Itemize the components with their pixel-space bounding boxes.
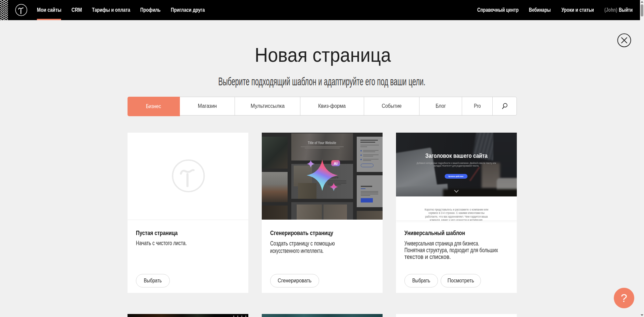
svg-text:AI: AI	[334, 162, 338, 166]
